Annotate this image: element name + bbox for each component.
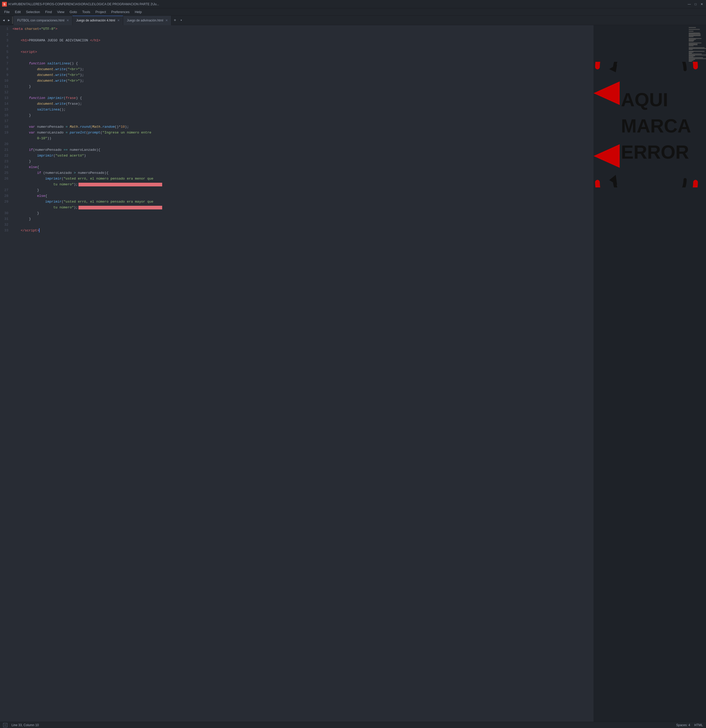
menu-file[interactable]: File [2,9,12,14]
line-content-8: document.write("<br>"); [13,66,594,72]
line-content-10: document.write("<br>"); [13,78,594,84]
line-3: 3 <h1>PROGRAMA JUEGO DE ADIVINACION </h1… [0,38,594,43]
line-content-26b: tu número"); [13,182,594,188]
menu-project[interactable]: Project [94,9,108,14]
line-22: 22 imprimir("usted acertó") [0,153,594,159]
editor-wrapper: 1 <meta charset="UTF-8"> 2 3 <h1>PROGRAM… [0,25,594,722]
line-content-28: else{ [13,193,594,199]
status-error-icon: □ [3,723,7,727]
right-annotation-panel: ██████████████████ █████████████████████… [594,25,706,722]
cursor-position: Line 33, Column 10 [12,723,39,727]
window-controls[interactable]: — □ ✕ [687,2,704,6]
line-num-7: 7 [0,61,13,66]
line-content-29: imprimir("usted erró, el número pensado … [13,199,594,205]
line-content-5: <script> [13,49,594,55]
svg-marker-3 [594,144,620,168]
status-right: Spaces: 4 HTML [676,723,703,727]
line-20: 20 [0,142,594,147]
menu-bar: File Edit Selection Find View Goto Tools… [0,9,706,16]
line-num-28: 28 [0,193,13,199]
line-num-31: 31 [0,216,13,222]
svg-marker-0 [609,64,617,72]
line-content-19b: 0-10")) [13,136,594,142]
status-bar: □ Line 33, Column 10 Spaces: 4 HTML [0,722,706,728]
line-num-10: 10 [0,78,13,84]
minimap: ██████████████████ █████████████████████… [685,25,706,62]
code-area: 1 <meta charset="UTF-8"> 2 3 <h1>PROGRAM… [0,25,594,234]
line-num-20: 20 [0,142,13,147]
tab-adivinacion[interactable]: Juego de adivinación.html ✕ [123,16,171,25]
line-num-15: 15 [0,107,13,113]
line-13: 13 function imprimir(frase) { [0,95,594,101]
tab-prev-button[interactable]: ◀ [1,17,6,24]
line-num-19: 19 [0,130,13,136]
main-content: 1 <meta charset="UTF-8"> 2 3 <h1>PROGRAM… [0,25,706,722]
line-num-25: 25 [0,170,13,176]
tab-bar: ◀ ▶ FUTBOL con comparaciones.html ✕ Jueg… [0,16,706,25]
tab-futbol[interactable]: FUTBOL con comparaciones.html ✕ [14,16,72,25]
line-content-11: } [13,84,594,90]
line-content-30: } [13,211,594,216]
line-24: 24 else{ [0,165,594,170]
line-num-22: 22 [0,153,13,159]
menu-goto[interactable]: Goto [68,9,79,14]
line-content-26: imprimir("usted erró, el número pensado … [13,176,594,182]
tab-close-adivinacion[interactable]: ✕ [165,19,168,22]
line-num-9: 9 [0,72,13,78]
menu-help[interactable]: Help [133,9,144,14]
line-29: 29 imprimir("usted erró, el número pensa… [0,199,594,205]
line-content-24: else{ [13,165,594,170]
title-bar: S H:\#RUBEN\TALLERES-FOROS-CONFERENCIAS\… [0,0,706,9]
line-num-18: 18 [0,124,13,130]
minimize-button[interactable]: — [687,2,692,6]
tab-close-adivinacion4[interactable]: ✕ [117,19,120,22]
line-num-27: 27 [0,188,13,193]
line-num-16: 16 [0,113,13,118]
tab-close-futbol[interactable]: ✕ [66,19,69,22]
line-19b: 0-10")) [0,136,594,142]
line-10: 10 document.write("<br>"); [0,78,594,84]
code-editor[interactable]: 1 <meta charset="UTF-8"> 2 3 <h1>PROGRAM… [0,25,594,722]
line-content-31: } [13,216,594,222]
tab-adivinacion4[interactable]: Juego de adivinación 4.html ✕ [72,16,123,25]
close-button[interactable]: ✕ [700,2,704,6]
line-content-25: if (numeroLanzado > numeroPensado){ [13,170,594,176]
line-num-2: 2 [0,32,13,38]
line-8: 8 document.write("<br>"); [0,66,594,72]
tab-next-button[interactable]: ▶ [6,17,12,24]
line-32: 32 [0,222,594,228]
line-content-9: document.write("<br>"); [13,72,594,78]
line-28: 28 else{ [0,193,594,199]
line-content-13: function imprimir(frase) { [13,95,594,101]
line-23: 23 } [0,159,594,165]
line-content-33: </script> [13,228,594,234]
line-9: 9 document.write("<br>"); [0,72,594,78]
menu-tools[interactable]: Tools [80,9,92,14]
line-num-5: 5 [0,49,13,55]
svg-marker-1 [609,175,617,185]
line-5: 5 <script> [0,49,594,55]
svg-text:ERROR: ERROR [621,142,689,163]
line-6: 6 [0,55,594,61]
line-2: 2 [0,32,594,38]
line-26: 26 imprimir("usted erró, el número pensa… [0,176,594,182]
line-21: 21 if(numeroPensado == numeroLanzado){ [0,147,594,153]
line-31: 31 } [0,216,594,222]
status-left: □ Line 33, Column 10 [3,723,39,727]
menu-selection[interactable]: Selection [24,9,42,14]
maximize-button[interactable]: □ [693,2,697,6]
line-29b: tu número"); [0,205,594,211]
new-tab-button[interactable]: + [171,17,179,24]
menu-edit[interactable]: Edit [13,9,23,14]
line-content-23: } [13,159,594,165]
menu-view[interactable]: View [55,9,66,14]
line-11: 11 } [0,84,594,90]
line-num-4: 4 [0,43,13,49]
line-7: 7 function saltarLinea() { [0,61,594,66]
line-num-30: 30 [0,211,13,216]
tab-dropdown-button[interactable]: ▾ [179,17,184,24]
menu-find[interactable]: Find [43,9,54,14]
line-num-13: 13 [0,95,13,101]
menu-preferences[interactable]: Preferences [109,9,131,14]
line-27: 27 } [0,188,594,193]
